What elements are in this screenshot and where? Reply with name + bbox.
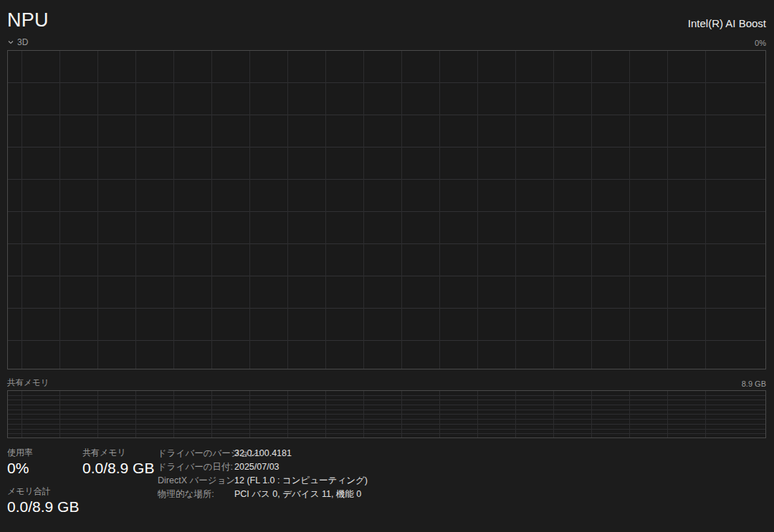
device-name: Intel(R) AI Boost <box>688 17 766 30</box>
driver-version-label: ドライバーのバージョン: <box>158 447 229 460</box>
main-chart-scale-max: 0% <box>755 39 766 47</box>
main-chart-header: 3D 0% <box>7 37 766 47</box>
driver-date-label: ドライバーの日付: <box>158 460 229 474</box>
graph-type-label: 3D <box>17 37 28 47</box>
shared-memory-label: 共有メモリ <box>82 447 158 458</box>
total-memory-label: メモリ合計 <box>7 485 82 497</box>
shared-memory-stat: 共有メモリ 0.0/8.9 GB <box>82 447 158 478</box>
driver-details: ドライバーのバージョン: 32.0.100.4181 ドライバーの日付: 202… <box>158 447 368 517</box>
physical-location-label: 物理的な場所: <box>158 488 229 501</box>
driver-date-value: 2025/07/03 <box>234 460 368 474</box>
usage-stat: 使用率 0% <box>7 447 82 478</box>
directx-version-value: 12 (FL 1.0 : コンピューティング) <box>234 474 368 488</box>
shared-memory-graph[interactable] <box>7 390 766 438</box>
total-memory-value: 0.0/8.9 GB <box>7 497 82 517</box>
memory-chart-scale-max: 8.9 GB <box>742 379 766 388</box>
stats-panel: 使用率 0% メモリ合計 0.0/8.9 GB 共有メモリ 0.0/8.9 GB… <box>7 447 766 517</box>
page-header: NPU Intel(R) AI Boost <box>7 7 766 32</box>
physical-location-value: PCI バス 0, デバイス 11, 機能 0 <box>234 488 368 501</box>
npu-performance-page: NPU Intel(R) AI Boost 3D 0% 共有メモリ 8.9 GB… <box>0 0 774 517</box>
memory-chart-label: 共有メモリ <box>7 377 49 388</box>
directx-version-label: DirectX バージョン: <box>158 474 229 488</box>
chevron-down-icon <box>7 39 14 46</box>
page-title: NPU <box>7 9 49 32</box>
stats-column-usage: 使用率 0% メモリ合計 0.0/8.9 GB <box>7 447 82 517</box>
graph-type-selector[interactable]: 3D <box>7 37 28 47</box>
usage-label: 使用率 <box>7 447 82 458</box>
shared-memory-value: 0.0/8.9 GB <box>82 458 158 478</box>
driver-version-value: 32.0.100.4181 <box>234 447 368 460</box>
memory-chart-header: 共有メモリ 8.9 GB <box>7 377 766 388</box>
utilization-graph[interactable] <box>7 50 766 369</box>
total-memory-stat: メモリ合計 0.0/8.9 GB <box>7 485 82 517</box>
usage-value: 0% <box>7 458 82 478</box>
stats-column-shared-memory: 共有メモリ 0.0/8.9 GB <box>82 447 158 517</box>
